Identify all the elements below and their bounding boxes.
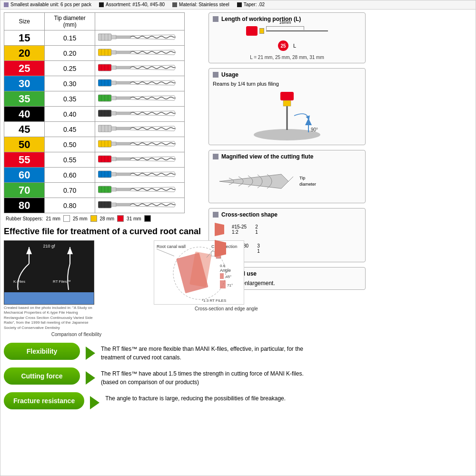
usage-title-row: Usage (213, 71, 361, 78)
tool-illustration-svg (98, 62, 181, 73)
tool-image-cell (95, 91, 184, 107)
svg-rect-17 (116, 66, 130, 69)
magnified-svg (215, 165, 296, 198)
legend-square-black2 (237, 2, 242, 7)
feature-arrow-cutting-force (86, 371, 95, 385)
tool-illustration-svg (98, 153, 181, 165)
flexibility-comparison-wrapper: 210 gf K-Files (4, 240, 149, 337)
smallest-unit-text: Smallest available unit: 6 pcs per pack (10, 2, 91, 7)
size-cell: 70 (4, 183, 45, 198)
cs-label-15-25: #15-25 1:2 (232, 224, 247, 235)
tip-diam-cell: 0.45 (45, 122, 95, 137)
tool-illustration-svg (98, 199, 181, 210)
svg-rect-53 (116, 158, 130, 160)
svg-line-82 (157, 249, 174, 256)
tool-image-cell (95, 198, 184, 213)
svg-rect-34 (111, 111, 116, 115)
tool-image-cell (95, 168, 184, 183)
tool-illustration-svg (98, 77, 181, 89)
feature-label-flexibility: Flexibility (4, 343, 80, 360)
svg-rect-28 (111, 96, 116, 100)
tool-illustration-svg (98, 169, 181, 180)
tool-image-cell (95, 107, 184, 122)
size-cell: 20 (4, 46, 45, 61)
wd-connector-yellow (259, 28, 264, 34)
stopper-28mm-box (117, 215, 124, 222)
svg-text:*1:3 RT FILES: *1:3 RT FILES (202, 298, 226, 303)
size-badge-number: 25 (280, 43, 286, 49)
title-square-magnified (213, 154, 218, 159)
tool-image-cell (95, 183, 184, 198)
svg-marker-98 (305, 118, 312, 125)
info-section-working-portion: Length of working portion (L) 16mm (208, 12, 366, 63)
svg-line-101 (288, 177, 293, 181)
magnified-title-row: Magnified view of the cutting flute (213, 153, 361, 160)
svg-text:Angle: Angle (220, 268, 231, 273)
tip-diameter-label: Tipdiameter (299, 175, 316, 187)
tip-diam-cell: 0.25 (45, 61, 95, 76)
table-row: 200.20 (4, 46, 185, 61)
stopper-28mm-label: 28 mm (100, 216, 115, 221)
cs-dims-30-80: 3 1 (257, 243, 260, 254)
cs-dim2-1: 3 (257, 243, 260, 248)
svg-text:Root canal wall: Root canal wall (157, 244, 186, 249)
cs-row-15-25: #15-25 1:2 2 1 (215, 223, 359, 236)
legend-square-black1 (99, 2, 104, 7)
top-bar-assortment: Assortment: #15-40, #45-80 (99, 2, 165, 7)
tip-diam-cell: 0.80 (45, 198, 95, 213)
info-section-usage: Usage Reams by 1/4 turn plus filing (208, 68, 366, 145)
size-cell: 55 (4, 152, 45, 168)
svg-rect-47 (116, 142, 130, 145)
stopper-25mm-box (90, 215, 97, 222)
cs-dim2-2: 1 (257, 248, 260, 254)
wd-handle-red (246, 26, 258, 36)
stopper-21mm-label: 21 mm (46, 216, 60, 221)
svg-rect-23 (116, 81, 130, 84)
top-bar-taper: Taper: .02 (237, 2, 265, 7)
stopper-21mm-box (63, 215, 70, 222)
tool-image-cell (95, 76, 184, 91)
tool-illustration-svg (98, 92, 181, 104)
title-square-working (213, 16, 218, 22)
cs-dim1-2: 1 (255, 229, 258, 235)
svg-rect-5 (116, 36, 130, 39)
size-table: Size Tip diameter (mm) 150.15 200. (4, 12, 185, 213)
tip-diam-cell: 0.60 (45, 168, 95, 183)
svg-rect-16 (111, 66, 116, 69)
stopper-31mm-box (144, 215, 151, 222)
tip-diam-cell: 0.35 (45, 91, 95, 107)
working-tool-row: 16mm (246, 25, 328, 37)
size-cell: 35 (4, 91, 45, 107)
svg-text:0.6: 0.6 (220, 264, 226, 268)
svg-rect-71 (116, 203, 130, 206)
svg-text:45°: 45° (226, 275, 231, 279)
tool-illustration-svg (98, 31, 181, 43)
cs-dim1-1: 2 (255, 224, 258, 229)
feature-label-cutting-force: Cutting force (4, 367, 80, 385)
svg-rect-64 (111, 188, 116, 191)
size-cell: 15 (4, 30, 45, 46)
cross-section-title-row: Cross-section shape (213, 211, 361, 218)
col-size: Size (4, 13, 45, 30)
table-row: 400.40 (4, 107, 185, 122)
svg-rect-52 (111, 157, 116, 161)
usage-description: Reams by 1/4 turn plus filing (213, 81, 361, 87)
svg-text:K-Files: K-Files (13, 279, 25, 284)
table-row: 550.55 (4, 152, 185, 168)
caption-flexibility: Comparison of flexibility (4, 332, 149, 337)
tip-diam-cell: 0.40 (45, 107, 95, 122)
svg-rect-85 (211, 251, 215, 256)
title-square-cross-section (213, 212, 218, 218)
tip-diam-cell: 0.50 (45, 137, 95, 152)
magnified-title: Magnified view of the cutting flute (221, 153, 313, 160)
feature-arrow-fracture (90, 396, 99, 409)
svg-point-94 (254, 129, 320, 140)
legend-square-gray (172, 2, 177, 7)
tip-diam-cell: 0.55 (45, 152, 95, 168)
main-container: Size Tip diameter (mm) 150.15 200. (0, 10, 476, 418)
cross-section-title: Cross-section shape (221, 211, 278, 218)
lengths-label: L = 21 mm, 25 mm, 28 mm, 31 mm (250, 55, 324, 60)
svg-rect-65 (116, 188, 130, 191)
cs-shape1-label: #15-25 (232, 224, 247, 229)
assortment-text: Assortment: #15-40, #45-80 (106, 2, 165, 7)
